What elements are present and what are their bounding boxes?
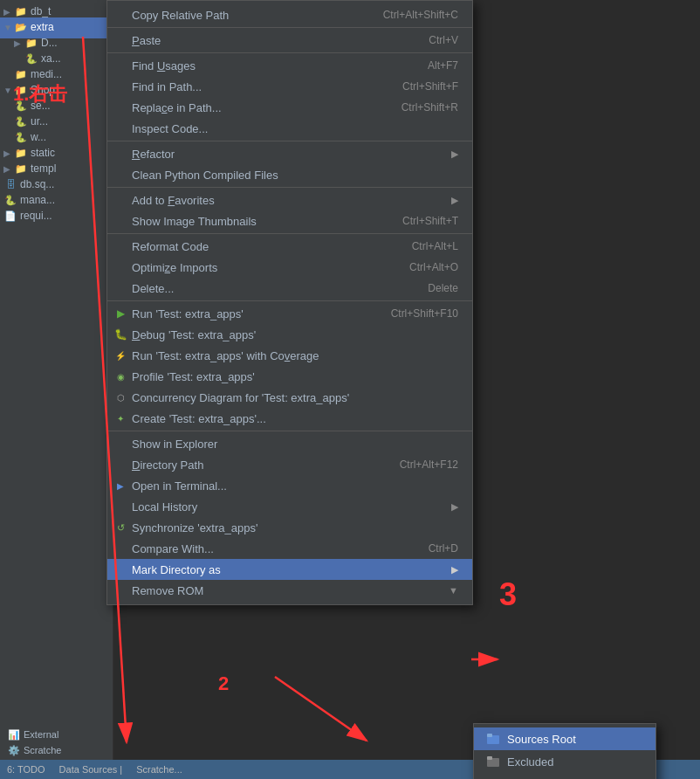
scratche-icon: ⚙️ [7, 744, 21, 756]
profile-icon: ◉ [113, 369, 128, 384]
menu-shortcut: Ctrl+V [429, 34, 458, 46]
menu-separator [107, 141, 472, 141]
menu-item-create[interactable]: ✦ Create 'Test: extra_apps'... [107, 408, 472, 429]
tree-item-requi[interactable]: 📄 requi... [0, 208, 113, 224]
menu-separator [107, 187, 472, 188]
menu-item-mark-directory[interactable]: Mark Directory as ▶ [107, 559, 472, 580]
menu-item-reformat[interactable]: Reformat Code Ctrl+Alt+L [107, 236, 472, 257]
menu-shortcut: Alt+F7 [428, 59, 458, 72]
menu-item-concurrency[interactable]: ⬡ Concurrency Diagram for 'Test: extra_a… [107, 387, 472, 408]
submenu-item-sources-root[interactable]: Sources Root [474, 727, 655, 750]
tree-item-templ[interactable]: ▶ 📁 templ [0, 161, 113, 176]
tree-arrow: ▼ [3, 23, 14, 32]
menu-item-run-coverage[interactable]: ⚡ Run 'Test: extra_apps' with Coverage [107, 345, 472, 366]
menu-label: Mark Directory as [132, 563, 444, 576]
menu-shortcut: Ctrl+Alt+F12 [400, 458, 458, 471]
menu-item-replace-in-path[interactable]: Replace in Path... Ctrl+Shift+R [107, 97, 472, 118]
menu-item-paste[interactable]: Paste Ctrl+V [107, 30, 472, 51]
menu-item-optimize-imports[interactable]: Optimize Imports Ctrl+Alt+O [107, 257, 472, 278]
folder-icon: 📁 [14, 5, 28, 17]
menu-label: Reformat Code [132, 240, 395, 253]
tree-item-external[interactable]: 📊 External [3, 727, 109, 742]
menu-item-debug[interactable]: 🐛 Debug 'Test: extra_apps' [107, 324, 472, 345]
tree-item-scratche[interactable]: ⚙️ Scratche [3, 742, 109, 758]
submenu-item-excluded[interactable]: Excluded [474, 750, 655, 773]
menu-item-refactor[interactable]: Refactor ▶ [107, 143, 472, 164]
menu-label: Show in Explorer [132, 438, 458, 451]
menu-shortcut: Ctrl+Shift+R [401, 101, 458, 114]
tree-item-xa[interactable]: 🐍 xa... [0, 51, 113, 66]
tree-item-db-sq[interactable]: 🗄 db.sq... [0, 176, 113, 192]
svg-rect-3 [487, 756, 492, 760]
menu-item-compare-with[interactable]: Compare With... Ctrl+D [107, 538, 472, 559]
submenu-arrow: ▼ [449, 585, 458, 596]
menu-item-find-usages[interactable]: Find Usages Alt+F7 [107, 55, 472, 76]
tree-item-mana[interactable]: 🐍 mana... [0, 192, 113, 208]
create-icon: ✦ [113, 410, 128, 426]
menu-separator [107, 300, 472, 301]
template-folder-icon: 📁 [14, 162, 28, 175]
menu-item-open-terminal[interactable]: ▶ Open in Terminal... [107, 475, 472, 496]
menu-item-remove-rom[interactable]: Remove ROM ▼ [107, 580, 472, 601]
run-icon: ▶ [113, 306, 128, 321]
tree-item-se[interactable]: 🐍 se... [0, 98, 113, 114]
menu-separator [107, 431, 472, 431]
tree-arrow: ▶ [14, 38, 24, 48]
tree-arrow: ▶ [3, 7, 14, 17]
menu-label: Replace in Path... [132, 101, 384, 114]
menu-separator [107, 233, 472, 234]
status-datasources: Data Sources | [59, 764, 123, 775]
menu-shortcut: Ctrl+Shift+F10 [391, 307, 458, 320]
tree-arrow: ▼ [3, 86, 14, 95]
menu-item-run[interactable]: ▶ Run 'Test: extra_apps' Ctrl+Shift+F10 [107, 303, 472, 324]
menu-label: Refactor [132, 148, 444, 161]
external-icon: 📊 [7, 728, 21, 741]
menu-item-local-history[interactable]: Local History ▶ [107, 496, 472, 517]
menu-label: Run 'Test: extra_apps' with Coverage [132, 349, 458, 362]
folder-icon: 📁 [14, 84, 28, 96]
menu-shortcut: Ctrl+Alt+L [412, 240, 458, 252]
menu-label: Create 'Test: extra_apps'... [132, 412, 458, 425]
menu-label: Synchronize 'extra_apps' [132, 521, 458, 534]
menu-label: Show Image Thumbnails [132, 215, 385, 228]
menu-item-add-favorites[interactable]: Add to Favorites ▶ [107, 190, 472, 210]
sources-root-icon [484, 732, 502, 746]
py-icon: 🐍 [14, 131, 28, 143]
menu-label: Paste [132, 34, 411, 47]
menu-item-clean-python[interactable]: Clean Python Compiled Files [107, 164, 472, 185]
submenu-item-resource-root[interactable]: Resource Root [474, 773, 655, 779]
menu-label: Directory Path [132, 458, 382, 472]
folder-open-icon: 📂 [14, 21, 28, 33]
folder-icon: 📁 [14, 147, 28, 159]
py-icon: 🐍 [24, 52, 38, 65]
tree-item-static[interactable]: ▶ 📁 static [0, 145, 113, 161]
db-icon: 🗄 [3, 178, 17, 190]
menu-item-find-in-path[interactable]: Find in Path... Ctrl+Shift+F [107, 76, 472, 97]
menu-label: Find in Path... [132, 80, 385, 93]
menu-item-show-thumbnails[interactable]: Show Image Thumbnails Ctrl+Shift+T [107, 210, 472, 231]
mark-directory-submenu: Sources Root Excluded Resource Root Temp… [473, 723, 656, 779]
menu-item-copy-relative-path[interactable]: Copy Relative Path Ctrl+Alt+Shift+C [107, 4, 472, 25]
menu-item-inspect-code[interactable]: Inspect Code... [107, 118, 472, 139]
tree-item-w[interactable]: 🐍 w... [0, 129, 113, 145]
menu-separator [107, 52, 472, 53]
tree-item-extra[interactable]: ▼ 📂 extra [0, 19, 113, 35]
folder-icon: 📁 [24, 37, 38, 49]
menu-item-delete[interactable]: Delete... Delete [107, 278, 472, 299]
menu-item-profile[interactable]: ◉ Profile 'Test: extra_apps' [107, 366, 472, 387]
menu-item-directory-path[interactable]: Directory Path Ctrl+Alt+F12 [107, 454, 472, 475]
menu-separator [107, 27, 472, 28]
menu-label: Add to Favorites [132, 194, 444, 207]
debug-icon: 🐛 [113, 327, 128, 342]
menu-item-synchronize[interactable]: ↺ Synchronize 'extra_apps' [107, 517, 472, 538]
tree-item-ur[interactable]: 🐍 ur... [0, 114, 113, 129]
menu-label: Copy Relative Path [132, 9, 366, 22]
menu-label: Delete... [132, 282, 410, 295]
status-todo: 6: TODO [7, 764, 45, 775]
py-icon: 🐍 [14, 115, 28, 128]
menu-item-show-explorer[interactable]: Show in Explorer [107, 433, 472, 454]
file-tree: ▶ 📁 db_t ▼ 📂 extra ▶ 📁 D... 🐍 xa... 📁 me… [0, 0, 113, 779]
submenu-arrow: ▶ [451, 501, 458, 513]
tree-item-shop[interactable]: ▼ 📁 Shop... [0, 82, 113, 98]
tree-item-medi[interactable]: 📁 medi... [0, 66, 113, 82]
